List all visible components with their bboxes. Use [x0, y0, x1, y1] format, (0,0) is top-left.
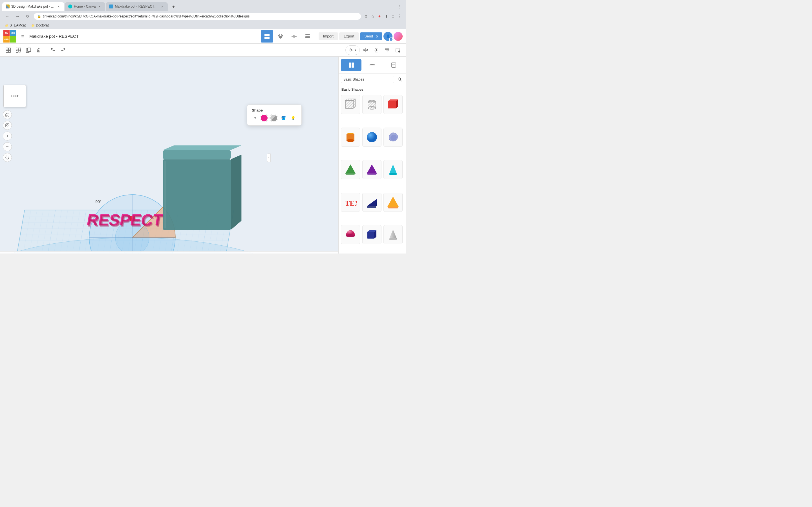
shape-item-pyramid-purple[interactable]: [362, 160, 382, 179]
bookmark-folder-icon-2: 📁: [31, 24, 35, 27]
delete-button[interactable]: [34, 45, 43, 55]
svg-rect-10: [305, 34, 310, 35]
shape-color-solid[interactable]: [260, 114, 268, 122]
browser-chrome: 3D design Makdrake pot - RE... ✕ Home - …: [0, 0, 406, 29]
grid-view-button[interactable]: [261, 30, 273, 43]
tab-close-2[interactable]: ✕: [97, 4, 102, 9]
shape-item-sphere-blue[interactable]: [362, 128, 382, 147]
reload-button[interactable]: ↻: [24, 12, 32, 20]
shape-item-pyramid-yellow[interactable]: [384, 193, 403, 212]
design-title: Makdrake pot - RESPECT: [29, 34, 259, 39]
group-button[interactable]: [3, 45, 13, 55]
shape-item-prism-navy[interactable]: [362, 225, 382, 244]
address-bar[interactable]: 🔒 tinkercad.com/things/ktyBt7cGKOA-makdr…: [34, 13, 361, 20]
layers-view-button[interactable]: [301, 30, 314, 43]
undo-button[interactable]: [48, 45, 58, 55]
svg-rect-20: [18, 50, 20, 52]
svg-rect-16: [8, 50, 10, 52]
tab-bar: 3D design Makdrake pot - RE... ✕ Home - …: [0, 0, 406, 11]
settings-button[interactable]: Settings: [285, 253, 297, 253]
bookmark-icon[interactable]: ☆: [370, 13, 375, 19]
duplicate-button[interactable]: [24, 45, 33, 55]
mirror-tool-button[interactable]: [361, 45, 370, 55]
tab-more-button[interactable]: ⋮: [396, 3, 404, 11]
search-button[interactable]: [396, 75, 404, 83]
selection-tool-button[interactable]: [393, 45, 403, 55]
shape-color-hole[interactable]: [270, 114, 278, 122]
right-panel: Basic Shapes Text & Numbers Connectors S…: [338, 57, 406, 253]
shape-item-half-sphere-pink[interactable]: [341, 225, 360, 244]
svg-rect-57: [163, 159, 231, 230]
shape-item-text-red[interactable]: TEXT: [341, 193, 360, 212]
panel-collapse-handle[interactable]: ›: [267, 154, 271, 162]
user-icon[interactable]: 👤 +: [384, 32, 393, 41]
svg-marker-97: [389, 165, 397, 174]
browser-right-icons: ⚙ ☆ ✦ ⬇ □ ⋮: [363, 13, 403, 19]
ungroup-button[interactable]: [13, 45, 23, 55]
logo-cad-top: CAD: [3, 36, 10, 43]
shape-item-box-hole[interactable]: [341, 95, 360, 114]
import-button[interactable]: Import: [319, 33, 338, 40]
light-dropdown-arrow: ▼: [354, 49, 357, 52]
svg-point-7: [279, 34, 280, 36]
svg-rect-19: [16, 50, 18, 52]
menu-dots-icon[interactable]: ⋮: [397, 13, 403, 19]
shape-popup-collapse[interactable]: ▾: [252, 115, 259, 121]
shape-item-cylinder-orange[interactable]: [341, 128, 360, 147]
tinkercad-extensions-icon[interactable]: ⚙: [363, 13, 369, 19]
export-button[interactable]: Export: [339, 33, 359, 40]
align-tool-button[interactable]: [382, 45, 392, 55]
tab-close-3[interactable]: ✕: [160, 4, 164, 9]
shape-item-box-red[interactable]: [384, 95, 403, 114]
shape-item-scribble[interactable]: [384, 128, 403, 147]
svg-point-104: [346, 234, 355, 237]
shape-light-icon[interactable]: 💡: [289, 114, 297, 122]
bookmark-doctorat[interactable]: 📁 Doctorat: [30, 23, 50, 28]
tinkercad-icon[interactable]: ✦: [377, 13, 382, 19]
tinkercad-logo[interactable]: TIN KER CAD: [3, 30, 16, 43]
header-separator: [316, 33, 316, 40]
app-container: TIN KER CAD ≡ Makdrake pot - RESPECT Imp…: [0, 29, 406, 253]
profile-icon[interactable]: □: [390, 13, 396, 19]
shape-item-wedge-navy[interactable]: [362, 193, 382, 212]
canvas-3d-view[interactable]: RESPECT RESPECT RESPECT: [0, 57, 338, 253]
notes-panel-button[interactable]: [383, 59, 404, 71]
back-button[interactable]: ←: [3, 12, 11, 20]
app-header: TIN KER CAD ≡ Makdrake pot - RESPECT Imp…: [0, 29, 406, 44]
hamburger-menu-button[interactable]: ≡: [18, 32, 27, 41]
crosshair-view-button[interactable]: [288, 30, 300, 43]
snap-grid-value[interactable]: 1.0 mm ▲: [319, 253, 334, 253]
logo-tin: TIN: [3, 30, 10, 36]
shape-item-cone-teal[interactable]: [384, 160, 403, 179]
ruler-panel-button[interactable]: [362, 59, 383, 71]
light-tool-button[interactable]: ▼: [345, 45, 360, 55]
send-to-button[interactable]: Send To: [360, 33, 382, 40]
shape-item-cone-white[interactable]: [384, 225, 403, 244]
svg-marker-94: [345, 165, 356, 175]
svg-rect-0: [264, 34, 267, 36]
tab-title-3: Makdrake pot - RESPECT - 8...: [115, 4, 158, 8]
shape-item-cylinder-hole[interactable]: [362, 95, 382, 114]
canvas-area[interactable]: LEFT: [0, 57, 338, 253]
paw-view-button[interactable]: [274, 30, 287, 43]
tab-favicon-1: [6, 4, 10, 8]
shape-category-select[interactable]: Basic Shapes Text & Numbers Connectors S…: [341, 76, 394, 83]
flip-tool-button[interactable]: [371, 45, 381, 55]
new-tab-button[interactable]: +: [169, 3, 177, 11]
tab-makdrake[interactable]: Makdrake pot - RESPECT - 8... ✕: [106, 2, 168, 11]
redo-button[interactable]: [58, 45, 68, 55]
shape-material-icon[interactable]: 🪣: [280, 114, 287, 122]
svg-rect-60: [165, 161, 165, 228]
grid-panel-button[interactable]: [341, 59, 361, 71]
tab-tinkercad[interactable]: 3D design Makdrake pot - RE... ✕: [2, 2, 64, 11]
forward-button[interactable]: →: [13, 12, 21, 20]
shape-item-pyramid-green[interactable]: [341, 160, 360, 179]
tab-canva[interactable]: Home - Canva ✕: [65, 2, 105, 11]
svg-point-35: [398, 50, 400, 52]
bookmark-steamcat[interactable]: 📁 STEAMcat: [3, 23, 28, 28]
download-icon[interactable]: ⬇: [384, 13, 389, 19]
svg-marker-102: [388, 196, 399, 207]
user-avatar[interactable]: [394, 32, 403, 41]
tab-close-1[interactable]: ✕: [56, 4, 61, 9]
main-area: LEFT: [0, 57, 406, 253]
